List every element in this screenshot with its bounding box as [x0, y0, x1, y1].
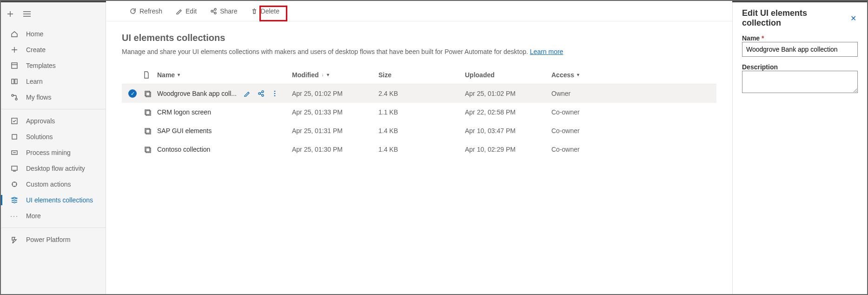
row-modified: Apr 25, 01:02 PM: [292, 90, 378, 97]
table-row[interactable]: Contoso collection Apr 25, 01:30 PM 1.4 …: [122, 140, 716, 159]
edit-icon: [175, 7, 183, 15]
edit-panel: Edit UI elements collection ✕ Name * Des…: [732, 1, 867, 294]
sidebar-item-label: Solutions: [26, 133, 53, 141]
svg-rect-5: [12, 118, 17, 124]
row-checkmark-icon[interactable]: ✓: [128, 89, 137, 98]
col-size[interactable]: Size: [378, 71, 465, 79]
svg-point-12: [214, 12, 216, 14]
sidebar-item-learn[interactable]: Learn: [1, 74, 106, 89]
svg-rect-6: [12, 134, 17, 139]
col-name[interactable]: Name▾: [157, 71, 292, 79]
flows-icon: [10, 93, 19, 101]
sidebar-item-label: Learn: [26, 78, 43, 85]
svg-rect-1: [12, 79, 14, 84]
sidebar-item-label: Custom actions: [26, 181, 71, 188]
svg-point-3: [12, 94, 13, 96]
sidebar-item-label: Power Platform: [26, 236, 71, 243]
row-more-icon[interactable]: ⋯: [271, 90, 278, 97]
sidebar-item-label: My flows: [26, 94, 51, 101]
table-row[interactable]: CRM logon screen Apr 25, 01:33 PM 1.1 KB…: [122, 103, 716, 121]
col-modified[interactable]: Modified↓▾: [292, 71, 378, 79]
collection-icon: [143, 108, 152, 116]
new-button[interactable]: [5, 8, 16, 20]
powerplatform-icon: [10, 235, 19, 244]
table-row[interactable]: ✓ Woodgrove Bank app coll... ⋯ Apr 25, 0…: [122, 84, 716, 103]
sidebar-item-desktopflowactivity[interactable]: Desktop flow activity: [1, 161, 106, 176]
share-icon: [210, 7, 217, 15]
sidebar-item-uielements[interactable]: UI elements collections: [1, 192, 106, 208]
sidebar-item-home[interactable]: Home: [1, 26, 106, 42]
close-icon[interactable]: ✕: [848, 13, 858, 23]
row-uploaded: Apr 22, 02:58 PM: [465, 108, 551, 116]
sidebar-item-powerplatform[interactable]: Power Platform: [1, 232, 106, 248]
sidebar-item-label: Process mining: [26, 149, 71, 156]
home-icon: [10, 30, 19, 38]
edit-button[interactable]: Edit: [171, 4, 201, 19]
name-input[interactable]: [742, 42, 858, 57]
row-name: SAP GUI elements: [157, 127, 212, 134]
solutions-icon: [10, 133, 19, 141]
row-modified: Apr 25, 01:30 PM: [292, 146, 378, 153]
row-modified: Apr 25, 01:33 PM: [292, 108, 378, 116]
page-subtitle: Manage and share your UI elements collec…: [122, 48, 716, 55]
svg-rect-0: [12, 63, 17, 68]
sidebar-item-templates[interactable]: Templates: [1, 58, 106, 74]
sidebar-item-label: Templates: [26, 62, 56, 69]
row-name: Contoso collection: [157, 146, 210, 153]
sidebar-item-processmining[interactable]: Process mining: [1, 145, 106, 161]
col-uploaded[interactable]: Uploaded: [465, 71, 551, 79]
customactions-icon: [10, 180, 19, 188]
row-name: Woodgrove Bank app coll...: [157, 90, 237, 97]
templates-icon: [10, 61, 19, 70]
collection-icon: [143, 127, 152, 135]
learn-icon: [10, 77, 19, 86]
delete-button[interactable]: Delete: [246, 4, 284, 19]
row-edit-icon[interactable]: [243, 90, 251, 97]
row-share-icon[interactable]: [257, 90, 265, 97]
svg-point-11: [214, 8, 216, 10]
panel-title: Edit UI elements collection: [742, 8, 848, 28]
delete-icon: [251, 7, 258, 15]
description-input[interactable]: [742, 71, 858, 93]
svg-point-4: [15, 98, 17, 100]
chevron-down-icon: ▾: [577, 72, 579, 77]
sidebar-item-label: UI elements collections: [26, 196, 93, 204]
sidebar-item-label: Home: [26, 30, 43, 38]
table-row[interactable]: SAP GUI elements Apr 25, 01:31 PM 1.4 KB…: [122, 121, 716, 140]
row-size: 1.4 KB: [378, 127, 465, 134]
plus-icon: [10, 46, 19, 54]
sort-down-icon: ↓: [322, 72, 324, 77]
row-size: 2.4 KB: [378, 90, 465, 97]
svg-point-16: [262, 91, 264, 93]
row-size: 1.1 KB: [378, 108, 465, 116]
sidebar-item-myflows[interactable]: My flows: [1, 89, 106, 105]
row-access: Owner: [551, 90, 607, 97]
learn-more-link[interactable]: Learn more: [530, 48, 563, 55]
share-button[interactable]: Share: [205, 4, 242, 19]
collections-table: Name▾ Modified↓▾ Size Uploaded Access▾ ✓…: [122, 66, 716, 159]
table-header: Name▾ Modified↓▾ Size Uploaded Access▾: [122, 66, 716, 84]
toolbar-label: Edit: [186, 7, 197, 15]
refresh-button[interactable]: Refresh: [125, 4, 167, 19]
divider: [1, 228, 106, 228]
hamburger-icon[interactable]: [21, 8, 33, 20]
sidebar-item-approvals[interactable]: Approvals: [1, 113, 106, 129]
subtitle-text: Manage and share your UI elements collec…: [122, 48, 530, 55]
sidebar-item-solutions[interactable]: Solutions: [1, 129, 106, 145]
description-label: Description: [742, 63, 858, 71]
chevron-down-icon: ▾: [327, 72, 329, 77]
collection-icon: [143, 89, 152, 98]
col-access[interactable]: Access▾: [551, 71, 607, 79]
row-access: Co-owner: [551, 108, 607, 116]
svg-rect-2: [15, 79, 17, 84]
svg-point-15: [258, 93, 260, 94]
sidebar-item-label: Approvals: [26, 117, 55, 125]
toolbar: Refresh Edit Share Delete: [106, 1, 732, 21]
sidebar-item-more[interactable]: ··· More: [1, 208, 106, 224]
sidebar-item-create[interactable]: Create: [1, 42, 106, 58]
activity-icon: [10, 164, 19, 173]
toolbar-label: Share: [220, 7, 237, 15]
sidebar-item-customactions[interactable]: Custom actions: [1, 176, 106, 192]
row-name: CRM logon screen: [157, 108, 211, 116]
collection-icon: [143, 145, 152, 154]
